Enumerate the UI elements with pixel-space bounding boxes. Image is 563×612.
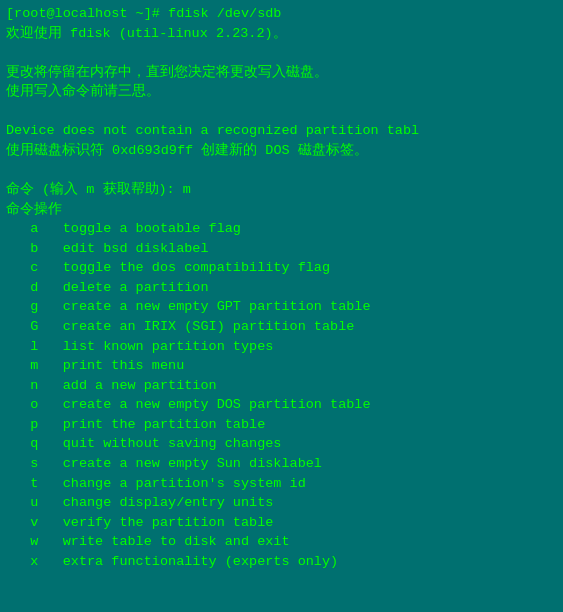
cmd-G-line: G create an IRIX (SGI) partition table bbox=[6, 317, 557, 337]
device-warn-line: Device does not contain a recognized par… bbox=[6, 121, 557, 141]
cmd-m-line: m print this menu bbox=[6, 356, 557, 376]
cmd-x-line: x extra functionality (experts only) bbox=[6, 552, 557, 572]
cmd-n-line: n add a new partition bbox=[6, 376, 557, 396]
cmd-q-line: q quit without saving changes bbox=[6, 434, 557, 454]
cmd-b-line: b edit bsd disklabel bbox=[6, 239, 557, 259]
cmd-s-line: s create a new empty Sun disklabel bbox=[6, 454, 557, 474]
cmd-u-line: u change display/entry units bbox=[6, 493, 557, 513]
cmd-w-line: w write table to disk and exit bbox=[6, 532, 557, 552]
cmd-v-line: v verify the partition table bbox=[6, 513, 557, 533]
cmd-t-line: t change a partition's system id bbox=[6, 474, 557, 494]
cmd-g-line: g create a new empty GPT partition table bbox=[6, 297, 557, 317]
info-line-1: 更改将停留在内存中，直到您决定将更改写入磁盘。 bbox=[6, 63, 557, 83]
cmd-ops-label: 命令操作 bbox=[6, 200, 557, 220]
blank-line-3 bbox=[6, 161, 557, 181]
cmd-a-line: a toggle a bootable flag bbox=[6, 219, 557, 239]
welcome-line: 欢迎使用 fdisk (util-linux 2.23.2)。 bbox=[6, 24, 557, 44]
info-line-2: 使用写入命令前请三思。 bbox=[6, 82, 557, 102]
blank-line-2 bbox=[6, 102, 557, 122]
blank-line-1 bbox=[6, 43, 557, 63]
cmd-c-line: c toggle the dos compatibility flag bbox=[6, 258, 557, 278]
cmd-d-line: d delete a partition bbox=[6, 278, 557, 298]
prompt-line: [root@localhost ~]# fdisk /dev/sdb bbox=[6, 4, 557, 24]
cmd-l-line: l list known partition types bbox=[6, 337, 557, 357]
cmd-prompt-line: 命令 (输入 m 获取帮助): m bbox=[6, 180, 557, 200]
cmd-o-line: o create a new empty DOS partition table bbox=[6, 395, 557, 415]
terminal-window: [root@localhost ~]# fdisk /dev/sdb 欢迎使用 … bbox=[0, 0, 563, 612]
dos-label-line: 使用磁盘标识符 0xd693d9ff 创建新的 DOS 磁盘标签。 bbox=[6, 141, 557, 161]
cmd-p-line: p print the partition table bbox=[6, 415, 557, 435]
